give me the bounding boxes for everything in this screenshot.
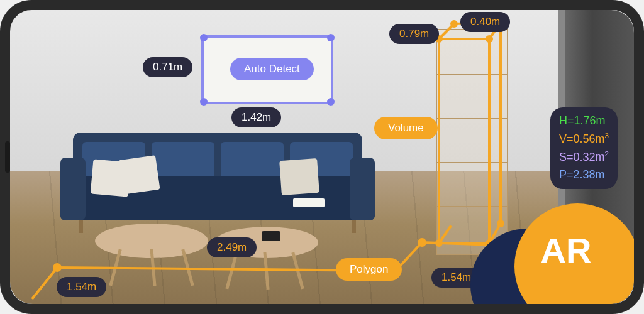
volume-depth-label: 0.79m bbox=[389, 24, 439, 44]
measurement-width-label: 1.42m bbox=[231, 107, 281, 127]
scene-phone bbox=[262, 231, 280, 241]
camera-scene: 0.71m 1.42m Auto Detect bbox=[10, 10, 634, 304]
scene-table bbox=[95, 224, 208, 258]
resize-handle-icon[interactable] bbox=[200, 98, 208, 106]
auto-detect-button[interactable]: Auto Detect bbox=[230, 58, 314, 80]
stat-perimeter: P=2.38m bbox=[559, 166, 609, 184]
stat-height: H=1.76m bbox=[559, 112, 609, 130]
stat-surface: S=0.32m2 bbox=[559, 148, 609, 166]
scene-pillow bbox=[118, 155, 160, 195]
stat-volume: V=0.56m3 bbox=[559, 130, 609, 148]
measurement-height-label: 0.71m bbox=[143, 57, 192, 77]
polygon-button[interactable]: Polygon bbox=[336, 258, 402, 281]
resize-handle-icon[interactable] bbox=[200, 34, 208, 41]
scene-book bbox=[293, 198, 325, 207]
volume-button[interactable]: Volume bbox=[374, 117, 438, 139]
resize-handle-icon[interactable] bbox=[327, 34, 335, 41]
volume-width-label: 0.40m bbox=[460, 12, 510, 32]
volume-stats-panel: H=1.76m V=0.56m3 S=0.32m2 P=2.38m bbox=[550, 107, 618, 189]
scene-bookshelf bbox=[436, 29, 508, 255]
polygon-top-measurement: 2.49m bbox=[207, 237, 257, 257]
resize-handle-icon[interactable] bbox=[327, 98, 335, 106]
scene-pillow bbox=[279, 158, 319, 195]
phone-mockup: 0.71m 1.42m Auto Detect bbox=[0, 0, 644, 314]
phone-speaker-icon bbox=[5, 141, 10, 173]
polygon-left-measurement: 1.54m bbox=[57, 277, 106, 297]
ar-badge-text: AR bbox=[541, 230, 592, 271]
